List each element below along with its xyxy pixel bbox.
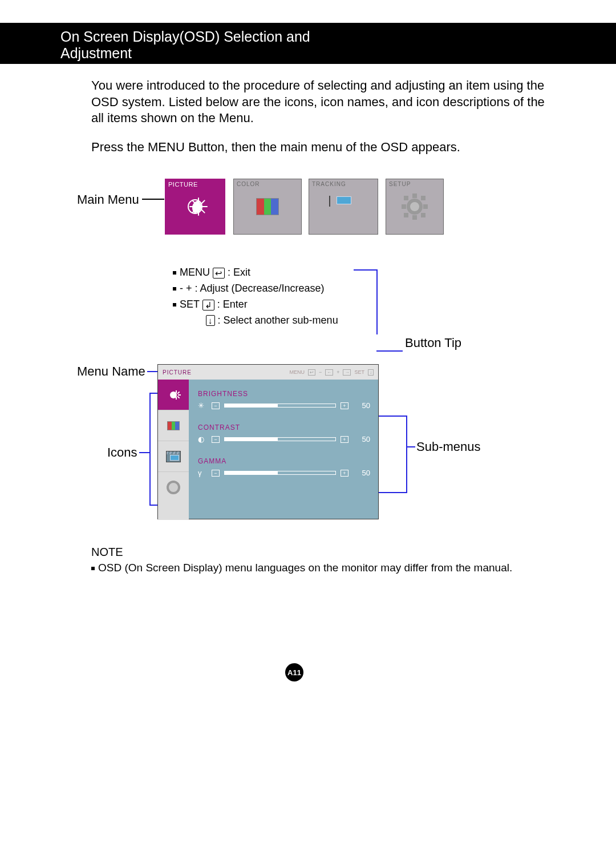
exit-key-icon: ↩ [213, 268, 225, 279]
callout-line [379, 492, 407, 493]
main-menu-label: Main Menu [77, 192, 139, 207]
callout-line [406, 446, 415, 447]
increase-button[interactable]: + [341, 402, 348, 409]
decrease-button[interactable]: − [212, 402, 220, 409]
callout-line [376, 350, 403, 352]
osd-sidebar [158, 380, 189, 520]
tile-label-setup: SETUP [389, 181, 411, 187]
tracking-icon [166, 451, 181, 462]
osd-header-hints: MENU↩ −← +→ SET↓ [289, 369, 374, 376]
callout-line [354, 269, 378, 271]
sub-menus-label: Sub-menus [416, 439, 481, 454]
osd-group-gamma: GAMMA γ − + 50 [198, 457, 370, 477]
intro-paragraph-1: You were introduced to the procedure of … [91, 78, 548, 127]
tile-label-tracking: TRACKING [312, 181, 346, 187]
intro-paragraph-2: Press the MENU Button, then the main men… [91, 139, 548, 156]
callout-line [139, 452, 149, 453]
tile-label-color: COLOR [237, 181, 260, 187]
instr-menu: MENU ↩ : Exit [173, 265, 338, 281]
enter-key-icon: ↲ [202, 300, 214, 310]
page-title: On Screen Display(OSD) Selection and Adj… [52, 33, 360, 57]
decrease-button[interactable]: − [212, 436, 220, 443]
main-menu-tile-tracking[interactable]: TRACKING [309, 179, 378, 235]
note-heading: NOTE [91, 546, 123, 559]
group-name: CONTRAST [198, 423, 370, 431]
slider-bar[interactable] [224, 404, 336, 408]
callout-line [149, 393, 157, 394]
callout-line [149, 393, 151, 506]
right-key-icon: → [343, 369, 351, 376]
decrease-button[interactable]: − [212, 470, 220, 477]
value-text: 50 [353, 435, 370, 443]
slider-bar[interactable] [224, 471, 336, 475]
tracking-icon [329, 196, 358, 217]
menu-name-label: Menu Name [77, 364, 145, 379]
contrast-small-icon: ◐ [198, 435, 207, 443]
osd-side-picture[interactable] [158, 380, 189, 410]
main-menu-tile-color[interactable]: COLOR [233, 179, 302, 235]
main-menu-tile-setup[interactable]: SETUP [386, 179, 444, 235]
osd-group-contrast: CONTRAST ◐ − + 50 [198, 423, 370, 443]
slider-fill [225, 471, 278, 474]
main-menu-tile-picture[interactable]: PICTURE [165, 179, 225, 235]
down-key-icon: ↓ [206, 315, 215, 326]
osd-content: BRIGHTNESS ✳ − + 50 CONTRAST ◐ − + 50 [189, 380, 378, 520]
osd-header: PICTURE MENU↩ −← +→ SET↓ [158, 365, 378, 380]
button-tip-label: Button Tip [405, 336, 461, 350]
gear-icon [167, 481, 180, 494]
group-name: GAMMA [198, 457, 370, 465]
button-instructions: MENU ↩ : Exit - + : Adjust (Decrease/Inc… [173, 265, 338, 329]
osd-side-tracking[interactable] [158, 441, 189, 472]
gear-icon [403, 195, 427, 219]
callout-line [149, 505, 157, 506]
slider-fill [225, 438, 278, 441]
slider-fill [225, 404, 278, 407]
value-text: 50 [353, 469, 370, 477]
slider-bar[interactable] [224, 437, 336, 441]
instr-adjust: - + : Adjust (Decrease/Increase) [173, 281, 338, 297]
set-key-icon: ↓ [368, 369, 374, 376]
group-name: BRIGHTNESS [198, 390, 370, 398]
color-bars-icon [256, 198, 279, 215]
instr-down: ↓ : Select another sub-menu [173, 313, 338, 329]
brightness-icon [166, 388, 181, 402]
note-body: OSD (On Screen Display) menu languages o… [91, 562, 512, 574]
osd-header-title: PICTURE [163, 369, 192, 376]
instr-set: SET ↲ : Enter [173, 297, 338, 313]
tile-label-picture: PICTURE [168, 181, 198, 188]
value-text: 50 [353, 401, 370, 410]
page-number-badge: A11 [285, 663, 303, 681]
gamma-small-icon: γ [198, 469, 207, 477]
color-bars-icon [167, 421, 180, 430]
osd-group-brightness: BRIGHTNESS ✳ − + 50 [198, 390, 370, 410]
main-menu-connector [142, 199, 164, 200]
osd-side-color[interactable] [158, 410, 189, 441]
menu-key-icon: ↩ [308, 369, 315, 376]
left-key-icon: ← [325, 369, 333, 376]
icons-label: Icons [107, 445, 137, 460]
osd-panel: PICTURE MENU↩ −← +→ SET↓ [157, 364, 379, 519]
osd-side-setup[interactable] [158, 472, 189, 503]
callout-line [376, 269, 378, 334]
callout-line [147, 371, 157, 372]
increase-button[interactable]: + [341, 470, 348, 477]
callout-line [379, 416, 407, 417]
increase-button[interactable]: + [341, 436, 348, 443]
callout-line [406, 416, 407, 493]
brightness-icon [183, 194, 208, 219]
brightness-small-icon: ✳ [198, 401, 207, 410]
